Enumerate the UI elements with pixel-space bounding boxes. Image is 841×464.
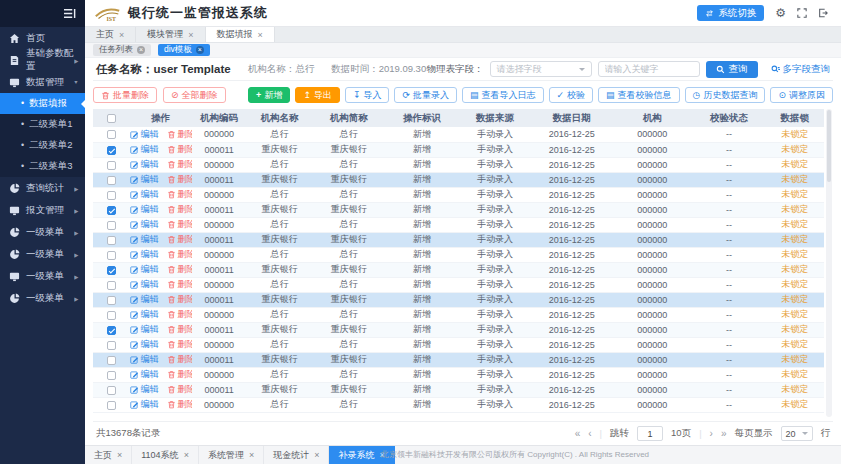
delete-link[interactable]: 删除 (167, 128, 192, 141)
delete-link[interactable]: 删除 (167, 158, 192, 171)
edit-link[interactable]: 编辑 (130, 293, 159, 306)
close-icon[interactable]: × (258, 30, 263, 40)
chip-div-template[interactable]: div模板× (158, 44, 210, 56)
close-icon[interactable]: × (249, 450, 254, 460)
row-checkbox[interactable] (107, 251, 116, 260)
adjust-reason-button[interactable]: ⊙ 调整原因 (770, 87, 833, 103)
row-checkbox[interactable] (107, 176, 116, 185)
delete-link[interactable]: 删除 (167, 173, 192, 186)
sidebar-item-submenu-2[interactable]: •二级菜单2 (0, 135, 85, 156)
row-checkbox[interactable] (107, 221, 116, 230)
page-jump-input[interactable] (637, 426, 663, 441)
row-checkbox[interactable] (107, 296, 116, 305)
logout-icon[interactable] (818, 8, 828, 18)
delete-link[interactable]: 删除 (167, 203, 192, 216)
edit-link[interactable]: 编辑 (130, 368, 159, 381)
delete-link[interactable]: 删除 (167, 188, 192, 201)
sidebar-item-home[interactable]: 首页 (0, 27, 85, 49)
vertical-scrollbar[interactable] (826, 109, 832, 417)
sidebar-item-menu-4[interactable]: 一级菜单 ▶ (0, 287, 85, 309)
delete-link[interactable]: 删除 (167, 338, 192, 351)
menu-collapse-icon[interactable] (63, 8, 76, 19)
edit-link[interactable]: 编辑 (130, 233, 159, 246)
keyword-input[interactable] (598, 61, 700, 77)
taskbar-tab-cash-stats[interactable]: 现金统计× (264, 446, 329, 464)
taskbar-tab-sys-manage[interactable]: 系统管理× (199, 446, 264, 464)
row-checkbox[interactable] (107, 266, 116, 275)
delete-link[interactable]: 删除 (167, 278, 192, 291)
sidebar-item-base-config[interactable]: 基础参数配置 ▶ (0, 49, 85, 71)
delete-link[interactable]: 删除 (167, 143, 192, 156)
sidebar-item-data-manage[interactable]: 数据管理 ▼ (0, 71, 85, 93)
fullscreen-icon[interactable] (797, 8, 807, 18)
edit-link[interactable]: 编辑 (130, 308, 159, 321)
sidebar-item-query-stats[interactable]: 查询统计 ▶ (0, 177, 85, 199)
edit-link[interactable]: 编辑 (130, 218, 159, 231)
close-icon[interactable]: × (117, 450, 122, 460)
row-checkbox[interactable] (107, 130, 116, 139)
row-checkbox[interactable] (107, 311, 116, 320)
next-page-icon[interactable]: › (710, 428, 713, 439)
edit-link[interactable]: 编辑 (130, 338, 159, 351)
row-checkbox[interactable] (107, 326, 116, 335)
scrollbar-thumb[interactable] (827, 110, 831, 182)
tab-home[interactable]: 主页× (85, 27, 136, 42)
search-button[interactable]: 查询 (706, 61, 758, 78)
delete-link[interactable]: 删除 (167, 263, 192, 276)
close-icon[interactable]: × (119, 30, 124, 40)
sidebar-item-submenu-1[interactable]: •二级菜单1 (0, 114, 85, 135)
first-page-icon[interactable]: « (575, 428, 581, 439)
edit-link[interactable]: 编辑 (130, 353, 159, 366)
row-checkbox[interactable] (107, 146, 116, 155)
tab-module-manage[interactable]: 模块管理× (136, 27, 205, 42)
per-page-select[interactable]: 20 (781, 426, 813, 441)
view-import-log-button[interactable]: ▤ 查看导入日志 (462, 87, 544, 103)
edit-link[interactable]: 编辑 (130, 383, 159, 396)
delete-link[interactable]: 删除 (167, 248, 192, 261)
close-icon[interactable]: × (184, 450, 189, 460)
taskbar-tab-sys-1104[interactable]: 1104系统× (132, 446, 199, 464)
export-button[interactable]: ↥ 导出 (295, 87, 340, 103)
edit-link[interactable]: 编辑 (130, 323, 159, 336)
row-checkbox[interactable] (107, 236, 116, 245)
tab-data-fill[interactable]: 数据填报× (206, 27, 275, 42)
delete-link[interactable]: 删除 (167, 323, 192, 336)
delete-link[interactable]: 删除 (167, 218, 192, 231)
history-query-button[interactable]: ◷ 历史数据查询 (685, 87, 766, 103)
delete-link[interactable]: 删除 (167, 233, 192, 246)
add-button[interactable]: + 新增 (248, 87, 290, 103)
row-checkbox[interactable] (107, 206, 116, 215)
edit-link[interactable]: 编辑 (130, 248, 159, 261)
system-switch-button[interactable]: 系统切换 (697, 5, 764, 21)
row-checkbox[interactable] (107, 386, 116, 395)
delete-link[interactable]: 删除 (167, 368, 192, 381)
edit-link[interactable]: 编辑 (130, 173, 159, 186)
sidebar-item-menu-2[interactable]: 一级菜单 ▶ (0, 243, 85, 265)
select-all-checkbox[interactable] (107, 114, 116, 123)
sidebar-item-menu-1[interactable]: 一级菜单 ▶ (0, 221, 85, 243)
delete-link[interactable]: 删除 (167, 383, 192, 396)
close-icon[interactable]: × (196, 46, 204, 54)
close-icon[interactable]: × (137, 46, 145, 54)
batch-entry-button[interactable]: ⟳ 批量录入 (394, 87, 457, 103)
row-checkbox[interactable] (107, 281, 116, 290)
sidebar-item-submenu-3[interactable]: •二级菜单3 (0, 156, 85, 177)
taskbar-tab-home[interactable]: 主页× (85, 446, 132, 464)
row-checkbox[interactable] (107, 191, 116, 200)
gear-icon[interactable]: ⚙ (775, 7, 786, 19)
delete-link[interactable]: 删除 (167, 353, 192, 366)
sidebar-item-menu-3[interactable]: 一级菜单 ▶ (0, 265, 85, 287)
validate-button[interactable]: ✓ 校验 (549, 87, 594, 103)
row-checkbox[interactable] (107, 341, 116, 350)
delete-link[interactable]: 删除 (167, 308, 192, 321)
edit-link[interactable]: 编辑 (130, 398, 159, 411)
row-checkbox[interactable] (107, 161, 116, 170)
edit-link[interactable]: 编辑 (130, 143, 159, 156)
view-validate-info-button[interactable]: ▤ 查看校验信息 (598, 87, 680, 103)
last-page-icon[interactable]: » (721, 428, 727, 439)
chip-task-list[interactable]: 任务列表× (93, 44, 151, 56)
edit-link[interactable]: 编辑 (130, 203, 159, 216)
field-select[interactable]: 请选择字段 (490, 61, 592, 77)
delete-link[interactable]: 删除 (167, 293, 192, 306)
close-icon[interactable]: × (188, 30, 193, 40)
